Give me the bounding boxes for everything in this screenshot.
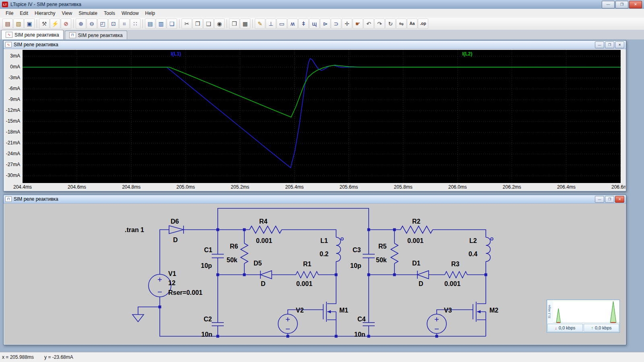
drag-button[interactable]: ☛ — [353, 19, 363, 29]
spice-directive-button[interactable]: .op — [418, 19, 428, 29]
inductor-button[interactable]: ɰ — [309, 19, 320, 29]
resistor-button[interactable]: ʍ — [287, 19, 298, 29]
menu-item-hierarchy[interactable]: Hierarchy — [31, 9, 58, 17]
move-button[interactable]: ✛ — [342, 19, 352, 29]
mark-data-points-button[interactable]: ∷ — [130, 19, 140, 29]
mosfet-M2[interactable] — [473, 302, 481, 322]
download-rate: ↓ 0,0 kbps — [547, 324, 583, 332]
copy-button[interactable]: ❐ — [192, 19, 203, 29]
print-preview-button[interactable]: ❒ — [229, 19, 239, 29]
zoom-fit-button[interactable]: ⊡ — [108, 19, 119, 29]
print-icon: ▦ — [242, 21, 248, 27]
resistor-R3[interactable] — [445, 272, 467, 278]
diode-button[interactable]: ⊳ — [320, 19, 330, 29]
inductor-L2[interactable] — [486, 237, 493, 261]
ground-symbol[interactable] — [132, 315, 144, 322]
mosfet-M1[interactable] — [323, 302, 331, 322]
plot-area[interactable]: I(L1)I(L2) — [23, 50, 621, 183]
tile-vertical-button[interactable]: ▥ — [156, 19, 166, 29]
label-M2-ref: M2 — [489, 307, 498, 314]
copy-icon: ❐ — [195, 21, 200, 27]
undo-button[interactable]: ↶ — [363, 19, 374, 29]
menu-item-help[interactable]: Help — [142, 9, 159, 17]
mirror-button[interactable]: ⇋ — [396, 19, 407, 29]
menu-item-tools[interactable]: Tools — [101, 9, 118, 17]
label-C3-ref: C3 — [353, 247, 361, 253]
capacitor-C4[interactable] — [363, 323, 375, 326]
voltage-source-V3[interactable] — [427, 314, 446, 333]
label-C1-ref: C1 — [204, 247, 213, 253]
schem-minimize-button[interactable]: — — [595, 196, 604, 203]
zoom-in-button[interactable]: ⊕ — [76, 19, 86, 29]
schematic-canvas[interactable]: .tran 1 D6 D V1 12 Rser=0.001 C1 10p R6 … — [4, 204, 625, 344]
maximize-button[interactable]: ❐ — [615, 1, 628, 8]
run-button[interactable]: ⚡ — [50, 19, 60, 29]
control-panel-button[interactable]: ⚒ — [39, 19, 50, 29]
text-button[interactable]: Aa — [407, 19, 417, 29]
save-button[interactable]: ▣ — [24, 19, 35, 29]
wire-button[interactable]: ✎ — [255, 19, 265, 29]
resistor-R5[interactable] — [391, 243, 398, 263]
y-tick-label: -27mA — [4, 162, 20, 167]
capacitor-button[interactable]: ǂ — [298, 19, 309, 29]
spice-directive-text[interactable]: .tran 1 — [125, 226, 144, 233]
new-schematic-button[interactable]: ▤ — [2, 19, 13, 29]
print-button[interactable]: ▦ — [240, 19, 250, 29]
wave-close-button[interactable]: ✕ — [615, 41, 624, 48]
tab-2[interactable]: ⊓SIM реле реактивка — [65, 31, 127, 39]
menu-item-window[interactable]: Window — [118, 9, 142, 17]
halt-button[interactable]: ⊘ — [61, 19, 71, 29]
capacitor-C3[interactable] — [363, 254, 375, 258]
resistor-R4[interactable] — [250, 226, 282, 233]
label-C1-value: 10p — [201, 262, 212, 269]
trace-label-I(L1)[interactable]: I(L1) — [171, 51, 181, 57]
trace-label-I(L2)[interactable]: I(L2) — [462, 51, 472, 57]
network-monitor-widget[interactable]: 11,1 kbps ↓ 0,0 kbps ↑ 0,0 kbps — [547, 300, 620, 333]
paste-button[interactable]: ❑ — [203, 19, 214, 29]
menu-item-simulate[interactable]: Simulate — [75, 9, 101, 17]
minimize-button[interactable]: — — [602, 1, 615, 8]
net-label-button[interactable]: ▭ — [277, 19, 287, 29]
grid-button[interactable]: ⌗ — [119, 19, 130, 29]
resistor-R2[interactable] — [400, 226, 433, 233]
cut-button[interactable]: ✂ — [182, 19, 192, 29]
schematic-window-title-bar[interactable]: ⊓ SIM реле реактивка — ❐ ✕ — [4, 195, 626, 204]
voltage-source-V2[interactable] — [278, 314, 297, 333]
label-V1-param: Rser=0.001 — [168, 289, 202, 296]
close-button[interactable]: ✕ — [629, 1, 642, 8]
diode-D1[interactable] — [417, 271, 429, 279]
rotate-button[interactable]: ↻ — [385, 19, 396, 29]
cascade-windows-button[interactable]: ❏ — [167, 19, 177, 29]
diode-D5[interactable] — [260, 271, 272, 279]
capacitor-C2[interactable] — [212, 323, 224, 326]
component-button[interactable]: ⊃ — [331, 19, 341, 29]
open-button[interactable]: ▧ — [13, 19, 24, 29]
capacitor-C1[interactable] — [212, 254, 224, 258]
zoom-out-button[interactable]: ⊖ — [87, 19, 97, 29]
toolbar-separator — [142, 19, 143, 28]
schem-maximize-button[interactable]: ❐ — [605, 196, 614, 203]
resistor-R6[interactable] — [241, 243, 248, 263]
inductor-L1[interactable] — [336, 237, 343, 261]
tile-horizontal-button[interactable]: ▤ — [145, 19, 155, 29]
zoom-area-button[interactable]: ◰ — [97, 19, 108, 29]
label-R1-value: 0.001 — [296, 280, 312, 287]
menu-item-file[interactable]: File — [2, 9, 17, 17]
zoom-area-icon: ◰ — [100, 21, 105, 27]
schem-close-button[interactable]: ✕ — [615, 196, 624, 203]
tab-1[interactable]: ∿SIM реле реактивка — [1, 30, 64, 39]
voltage-source-V1[interactable] — [149, 274, 171, 297]
tile-vertical-icon: ▥ — [158, 21, 163, 27]
label-L1-value: 0.2 — [320, 251, 328, 257]
ground-button[interactable]: ⊥ — [266, 19, 276, 29]
resistor-R1[interactable] — [296, 272, 318, 278]
find-button[interactable]: ◉ — [214, 19, 225, 29]
wave-maximize-button[interactable]: ❐ — [605, 41, 614, 48]
wave-minimize-button[interactable]: — — [595, 41, 604, 48]
menu-item-edit[interactable]: Edit — [17, 9, 31, 17]
waveform-window-title-bar[interactable]: ∿ SIM реле реактивка — ❐ ✕ — [4, 41, 626, 49]
menu-item-view[interactable]: View — [58, 9, 75, 17]
redo-button[interactable]: ↷ — [374, 19, 385, 29]
diode-D6[interactable] — [169, 226, 184, 234]
label-C2-value: 10n — [201, 331, 213, 338]
